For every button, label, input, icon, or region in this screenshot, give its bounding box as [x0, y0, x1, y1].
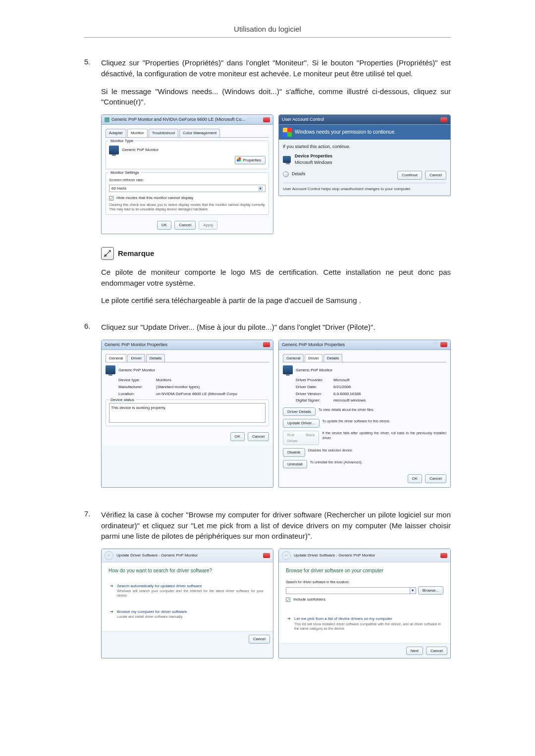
- minimize-icon[interactable]: [432, 342, 439, 347]
- breadcrumb: Update Driver Software - Generic PnP Mon…: [116, 553, 198, 558]
- tab-details[interactable]: Details: [146, 354, 165, 362]
- option-title: Search automatically for updated driver …: [117, 583, 264, 589]
- tab-adapter[interactable]: Adapter: [106, 129, 126, 137]
- window-title: Generic PnP Monitor Properties: [105, 342, 253, 348]
- ok-button[interactable]: OK: [408, 474, 423, 483]
- update-driver-button[interactable]: Update Driver...: [283, 419, 320, 428]
- next-button[interactable]: Next: [406, 647, 423, 655]
- tab-monitor[interactable]: Monitor: [127, 129, 148, 137]
- uac-dialog: User Account Control Windows needs your …: [278, 114, 451, 196]
- device-type-value: Monitors: [156, 377, 269, 383]
- cancel-button[interactable]: Cancel: [249, 635, 270, 644]
- uninstall-button[interactable]: Uninstall: [283, 460, 307, 469]
- back-button[interactable]: ←: [282, 551, 291, 560]
- shield-icon: [283, 128, 292, 137]
- breadcrumb: Update Driver Software - Generic PnP Mon…: [294, 553, 375, 558]
- monitor-icon: [106, 365, 115, 374]
- disable-button[interactable]: Disable: [283, 448, 305, 457]
- version-label: Driver Version:: [296, 391, 330, 397]
- version-value: 6.0.6000.16386: [333, 391, 446, 397]
- minimize-icon[interactable]: [247, 117, 254, 122]
- step7-text: Vérifiez la case à cocher "Browse my com…: [101, 509, 451, 542]
- driver-details-button[interactable]: Driver Details: [283, 407, 316, 416]
- chevron-down-icon: ▾: [258, 186, 263, 191]
- rollback-desc: If the device fails after updating the d…: [322, 431, 446, 441]
- update-driver-desc: To update the driver software for this d…: [322, 419, 390, 424]
- monitor-name: Generic PnP Monitor: [122, 147, 159, 153]
- device-status-legend: Device status: [109, 397, 136, 403]
- tab-driver[interactable]: Driver: [127, 354, 145, 362]
- apply-button[interactable]: Apply: [199, 221, 217, 230]
- hide-modes-note: Clearing this check box allows you to se…: [109, 202, 266, 211]
- window-icon: [105, 117, 109, 122]
- remark-label: Remarque: [118, 248, 154, 259]
- include-subfolders-label: Include subfolders: [293, 597, 325, 603]
- refresh-rate-select[interactable]: 60 Hertz ▾: [109, 185, 266, 193]
- tab-general[interactable]: General: [283, 354, 304, 362]
- device-name: Generic PnP Monitor: [296, 367, 332, 373]
- monitor-icon: [109, 146, 119, 154]
- cancel-button[interactable]: Cancel: [425, 474, 446, 483]
- close-icon[interactable]: [263, 342, 270, 347]
- tab-general[interactable]: General: [106, 354, 126, 362]
- option-pick-from-list[interactable]: Let me pick from a list of device driver…: [286, 612, 443, 634]
- close-icon[interactable]: [440, 117, 447, 122]
- tab-driver[interactable]: Driver: [305, 354, 322, 362]
- uac-program-name: Device Properties: [295, 153, 332, 159]
- cancel-button[interactable]: Cancel: [174, 221, 196, 230]
- include-subfolders-checkbox[interactable]: [286, 598, 290, 602]
- close-icon[interactable]: [440, 342, 447, 347]
- details-toggle-icon[interactable]: [283, 171, 289, 177]
- wizard-question: How do you want to search for driver sof…: [108, 567, 266, 575]
- close-icon[interactable]: [263, 117, 270, 122]
- window-title: Generic PnP Monitor Properties: [282, 342, 430, 348]
- cancel-button[interactable]: Cancel: [248, 432, 269, 441]
- program-icon: [283, 156, 291, 163]
- refresh-rate-value: 60 Hertz: [111, 186, 126, 192]
- step-number: 5.: [84, 57, 101, 313]
- tab-troubleshoot[interactable]: Troubleshoot: [149, 129, 178, 137]
- page-header: Utilisation du logiciel: [84, 25, 451, 38]
- step6-text: Cliquez sur "Update Driver... (Mise à jo…: [101, 322, 451, 333]
- option-browse-computer[interactable]: Browse my computer for driver software L…: [108, 605, 266, 623]
- back-button[interactable]: ←: [105, 551, 113, 560]
- location-label: Search for driver software in this locat…: [286, 580, 443, 585]
- minimize-icon[interactable]: [255, 342, 262, 347]
- path-combobox[interactable]: ▾: [286, 587, 416, 594]
- continue-button[interactable]: Continue: [397, 171, 422, 180]
- wizard-heading: Browse for driver software on your compu…: [286, 567, 443, 575]
- cancel-button[interactable]: Cancel: [426, 647, 447, 655]
- signer-label: Digital Signer:: [296, 398, 330, 403]
- tab-color-management[interactable]: Color Management: [179, 129, 220, 137]
- browse-button[interactable]: Browse...: [418, 586, 443, 595]
- cancel-button[interactable]: Cancel: [425, 171, 446, 180]
- close-icon[interactable]: [263, 553, 270, 558]
- uac-note: User Account Control helps stop unauthor…: [283, 183, 446, 192]
- option-subtitle: Locate and install driver software manua…: [117, 614, 264, 619]
- remark-text-2: Le pilote certifié sera téléchargeable à…: [101, 295, 451, 306]
- location-label: Location:: [118, 391, 153, 397]
- tab-details[interactable]: Details: [323, 354, 342, 362]
- manufacturer-label: Manufacturer:: [118, 384, 153, 390]
- ok-button[interactable]: OK: [230, 432, 245, 441]
- maximize-icon[interactable]: [255, 117, 262, 122]
- option-subtitle: This list will show installed driver sof…: [294, 622, 441, 631]
- device-type-label: Device type:: [118, 377, 153, 383]
- monitor-properties-dialog: Generic PnP Monitor and NVIDIA GeForce 6…: [101, 114, 273, 234]
- option-title: Browse my computer for driver software: [117, 609, 264, 615]
- hide-modes-checkbox[interactable]: [109, 196, 113, 201]
- rollback-button[interactable]: Roll Back Driver: [283, 431, 319, 445]
- monitor-icon: [283, 365, 293, 374]
- step5-text-2: Si le message "Windows needs... (Windows…: [101, 86, 451, 108]
- option-search-auto[interactable]: Search automatically for updated driver …: [108, 580, 266, 602]
- close-icon[interactable]: [440, 553, 447, 558]
- step-number: 6.: [84, 322, 101, 501]
- details-label[interactable]: Details: [292, 171, 306, 177]
- ok-button[interactable]: OK: [157, 221, 172, 230]
- device-status-text: This device is working properly.: [109, 403, 266, 423]
- uac-started-text: If you started this action, continue.: [283, 144, 446, 150]
- step-number: 7.: [84, 509, 101, 671]
- date-value: 6/21/2006: [333, 384, 446, 390]
- note-icon: [101, 247, 114, 260]
- properties-button[interactable]: Properties: [235, 156, 266, 165]
